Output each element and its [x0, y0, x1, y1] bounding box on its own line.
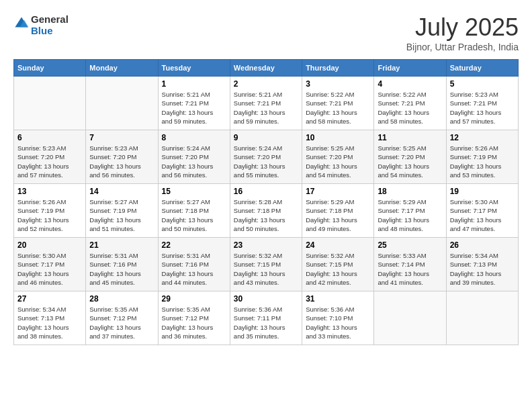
day-info: Sunrise: 5:36 AM Sunset: 7:10 PM Dayligh…: [306, 305, 370, 340]
logo-icon: [13, 15, 30, 32]
day-cell: 14Sunrise: 5:27 AM Sunset: 7:19 PM Dayli…: [86, 184, 158, 238]
day-cell: 30Sunrise: 5:36 AM Sunset: 7:11 PM Dayli…: [230, 291, 302, 345]
week-row-3: 13Sunrise: 5:26 AM Sunset: 7:19 PM Dayli…: [14, 184, 519, 238]
page-header: General Blue July 2025 Bijnor, Uttar Pra…: [13, 13, 519, 52]
day-number: 26: [450, 240, 515, 250]
day-number: 11: [378, 133, 442, 142]
day-info: Sunrise: 5:25 AM Sunset: 7:20 PM Dayligh…: [306, 144, 370, 179]
day-info: Sunrise: 5:26 AM Sunset: 7:19 PM Dayligh…: [450, 144, 515, 179]
day-cell: 15Sunrise: 5:27 AM Sunset: 7:18 PM Dayli…: [158, 184, 230, 238]
day-cell: 9Sunrise: 5:24 AM Sunset: 7:20 PM Daylig…: [230, 130, 302, 184]
day-cell: 21Sunrise: 5:31 AM Sunset: 7:16 PM Dayli…: [86, 238, 158, 291]
day-info: Sunrise: 5:24 AM Sunset: 7:20 PM Dayligh…: [234, 144, 298, 179]
day-number: 30: [234, 294, 298, 304]
logo-text-general: General: [31, 13, 69, 25]
day-cell: 11Sunrise: 5:25 AM Sunset: 7:20 PM Dayli…: [374, 130, 446, 184]
day-number: 24: [306, 240, 370, 250]
day-cell: 22Sunrise: 5:31 AM Sunset: 7:16 PM Dayli…: [158, 238, 230, 291]
day-cell: 1Sunrise: 5:21 AM Sunset: 7:21 PM Daylig…: [158, 77, 230, 130]
day-info: Sunrise: 5:23 AM Sunset: 7:20 PM Dayligh…: [17, 144, 82, 179]
day-number: 21: [89, 240, 154, 250]
logo: General Blue: [13, 13, 69, 37]
day-number: 4: [378, 79, 442, 89]
day-number: 2: [234, 79, 298, 89]
day-cell: [446, 291, 518, 345]
day-cell: 7Sunrise: 5:23 AM Sunset: 7:20 PM Daylig…: [86, 130, 158, 184]
day-number: 3: [306, 79, 370, 89]
calendar-table: SundayMondayTuesdayWednesdayThursdayFrid…: [13, 59, 519, 345]
day-info: Sunrise: 5:36 AM Sunset: 7:11 PM Dayligh…: [234, 305, 298, 340]
day-info: Sunrise: 5:32 AM Sunset: 7:15 PM Dayligh…: [306, 251, 370, 287]
day-number: 5: [450, 79, 515, 89]
week-row-4: 20Sunrise: 5:30 AM Sunset: 7:17 PM Dayli…: [14, 238, 519, 291]
day-cell: 2Sunrise: 5:21 AM Sunset: 7:21 PM Daylig…: [230, 77, 302, 130]
day-cell: 17Sunrise: 5:29 AM Sunset: 7:18 PM Dayli…: [302, 184, 374, 238]
day-info: Sunrise: 5:22 AM Sunset: 7:21 PM Dayligh…: [378, 90, 442, 126]
day-number: 9: [234, 133, 298, 142]
day-cell: 18Sunrise: 5:29 AM Sunset: 7:17 PM Dayli…: [374, 184, 446, 238]
day-number: 7: [89, 133, 154, 142]
day-cell: 12Sunrise: 5:26 AM Sunset: 7:19 PM Dayli…: [446, 130, 518, 184]
day-cell: 24Sunrise: 5:32 AM Sunset: 7:15 PM Dayli…: [302, 238, 374, 291]
week-row-2: 6Sunrise: 5:23 AM Sunset: 7:20 PM Daylig…: [14, 130, 519, 184]
day-number: 22: [162, 240, 226, 250]
logo-text-blue: Blue: [31, 25, 69, 36]
day-number: 31: [306, 294, 370, 304]
day-info: Sunrise: 5:24 AM Sunset: 7:20 PM Dayligh…: [162, 144, 226, 179]
day-number: 6: [17, 133, 82, 142]
day-info: Sunrise: 5:29 AM Sunset: 7:17 PM Dayligh…: [378, 197, 442, 233]
weekday-header-wednesday: Wednesday: [230, 60, 302, 77]
day-info: Sunrise: 5:35 AM Sunset: 7:12 PM Dayligh…: [89, 305, 154, 340]
day-number: 29: [162, 294, 226, 304]
day-info: Sunrise: 5:29 AM Sunset: 7:18 PM Dayligh…: [306, 197, 370, 233]
weekday-header-friday: Friday: [374, 60, 446, 77]
title-block: July 2025 Bijnor, Uttar Pradesh, India: [406, 13, 519, 52]
day-number: 20: [17, 240, 82, 250]
day-info: Sunrise: 5:35 AM Sunset: 7:12 PM Dayligh…: [162, 305, 226, 340]
day-info: Sunrise: 5:31 AM Sunset: 7:16 PM Dayligh…: [89, 251, 154, 287]
day-cell: [14, 77, 86, 130]
day-info: Sunrise: 5:27 AM Sunset: 7:18 PM Dayligh…: [162, 197, 226, 233]
weekday-header-monday: Monday: [86, 60, 158, 77]
week-row-1: 1Sunrise: 5:21 AM Sunset: 7:21 PM Daylig…: [14, 77, 519, 130]
day-cell: 23Sunrise: 5:32 AM Sunset: 7:15 PM Dayli…: [230, 238, 302, 291]
day-number: 15: [162, 187, 226, 196]
day-info: Sunrise: 5:30 AM Sunset: 7:17 PM Dayligh…: [17, 251, 82, 287]
weekday-header-sunday: Sunday: [14, 60, 86, 77]
day-number: 17: [306, 187, 370, 196]
day-cell: 3Sunrise: 5:22 AM Sunset: 7:21 PM Daylig…: [302, 77, 374, 130]
day-info: Sunrise: 5:28 AM Sunset: 7:18 PM Dayligh…: [234, 197, 298, 233]
day-cell: 19Sunrise: 5:30 AM Sunset: 7:17 PM Dayli…: [446, 184, 518, 238]
day-cell: 26Sunrise: 5:34 AM Sunset: 7:13 PM Dayli…: [446, 238, 518, 291]
weekday-header-row: SundayMondayTuesdayWednesdayThursdayFrid…: [14, 60, 519, 77]
day-cell: 8Sunrise: 5:24 AM Sunset: 7:20 PM Daylig…: [158, 130, 230, 184]
day-cell: 29Sunrise: 5:35 AM Sunset: 7:12 PM Dayli…: [158, 291, 230, 345]
day-info: Sunrise: 5:21 AM Sunset: 7:21 PM Dayligh…: [234, 90, 298, 126]
day-info: Sunrise: 5:23 AM Sunset: 7:20 PM Dayligh…: [89, 144, 154, 179]
weekday-header-thursday: Thursday: [302, 60, 374, 77]
day-number: 16: [234, 187, 298, 196]
week-row-5: 27Sunrise: 5:34 AM Sunset: 7:13 PM Dayli…: [14, 291, 519, 345]
day-number: 28: [89, 294, 154, 304]
day-number: 8: [162, 133, 226, 142]
day-number: 10: [306, 133, 370, 142]
day-info: Sunrise: 5:25 AM Sunset: 7:20 PM Dayligh…: [378, 144, 442, 179]
day-info: Sunrise: 5:21 AM Sunset: 7:21 PM Dayligh…: [162, 90, 226, 126]
day-number: 25: [378, 240, 442, 250]
day-number: 27: [17, 294, 82, 304]
weekday-header-tuesday: Tuesday: [158, 60, 230, 77]
day-cell: 27Sunrise: 5:34 AM Sunset: 7:13 PM Dayli…: [14, 291, 86, 345]
day-info: Sunrise: 5:30 AM Sunset: 7:17 PM Dayligh…: [450, 197, 515, 233]
day-cell: 31Sunrise: 5:36 AM Sunset: 7:10 PM Dayli…: [302, 291, 374, 345]
day-info: Sunrise: 5:34 AM Sunset: 7:13 PM Dayligh…: [17, 305, 82, 340]
day-cell: 16Sunrise: 5:28 AM Sunset: 7:18 PM Dayli…: [230, 184, 302, 238]
day-cell: 13Sunrise: 5:26 AM Sunset: 7:19 PM Dayli…: [14, 184, 86, 238]
day-number: 12: [450, 133, 515, 142]
day-number: 18: [378, 187, 442, 196]
day-cell: 4Sunrise: 5:22 AM Sunset: 7:21 PM Daylig…: [374, 77, 446, 130]
day-cell: 20Sunrise: 5:30 AM Sunset: 7:17 PM Dayli…: [14, 238, 86, 291]
day-number: 13: [17, 187, 82, 196]
day-info: Sunrise: 5:23 AM Sunset: 7:21 PM Dayligh…: [450, 90, 515, 126]
day-cell: [374, 291, 446, 345]
day-info: Sunrise: 5:31 AM Sunset: 7:16 PM Dayligh…: [162, 251, 226, 287]
